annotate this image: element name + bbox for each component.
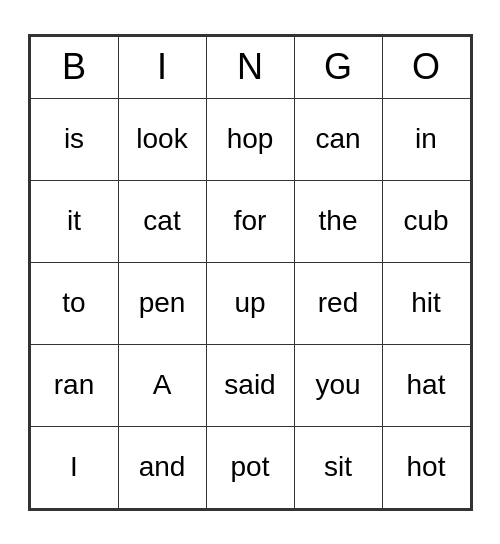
bingo-cell-1-2: for — [206, 180, 294, 262]
bingo-cell-0-1: look — [118, 98, 206, 180]
header-cell-o: O — [382, 36, 470, 98]
bingo-cell-3-0: ran — [30, 344, 118, 426]
bingo-cell-2-2: up — [206, 262, 294, 344]
bingo-cell-0-3: can — [294, 98, 382, 180]
bingo-cell-4-4: hot — [382, 426, 470, 508]
bingo-card: BINGO islookhopcaninitcatforthecubtopenu… — [28, 34, 473, 511]
bingo-cell-2-0: to — [30, 262, 118, 344]
header-row: BINGO — [30, 36, 470, 98]
bingo-row-1: itcatforthecub — [30, 180, 470, 262]
bingo-cell-4-3: sit — [294, 426, 382, 508]
bingo-cell-1-1: cat — [118, 180, 206, 262]
bingo-cell-0-2: hop — [206, 98, 294, 180]
bingo-row-4: Iandpotsithot — [30, 426, 470, 508]
bingo-cell-1-3: the — [294, 180, 382, 262]
bingo-cell-3-3: you — [294, 344, 382, 426]
bingo-row-2: topenupredhit — [30, 262, 470, 344]
bingo-row-3: ranAsaidyouhat — [30, 344, 470, 426]
bingo-cell-4-1: and — [118, 426, 206, 508]
bingo-cell-1-0: it — [30, 180, 118, 262]
bingo-cell-1-4: cub — [382, 180, 470, 262]
bingo-cell-2-3: red — [294, 262, 382, 344]
bingo-row-0: islookhopcanin — [30, 98, 470, 180]
header-cell-i: I — [118, 36, 206, 98]
bingo-table: BINGO islookhopcaninitcatforthecubtopenu… — [30, 36, 471, 509]
bingo-cell-0-0: is — [30, 98, 118, 180]
bingo-cell-3-2: said — [206, 344, 294, 426]
bingo-cell-4-0: I — [30, 426, 118, 508]
bingo-cell-0-4: in — [382, 98, 470, 180]
bingo-cell-4-2: pot — [206, 426, 294, 508]
header-cell-b: B — [30, 36, 118, 98]
bingo-cell-3-1: A — [118, 344, 206, 426]
bingo-cell-3-4: hat — [382, 344, 470, 426]
header-cell-n: N — [206, 36, 294, 98]
header-cell-g: G — [294, 36, 382, 98]
bingo-cell-2-4: hit — [382, 262, 470, 344]
bingo-cell-2-1: pen — [118, 262, 206, 344]
